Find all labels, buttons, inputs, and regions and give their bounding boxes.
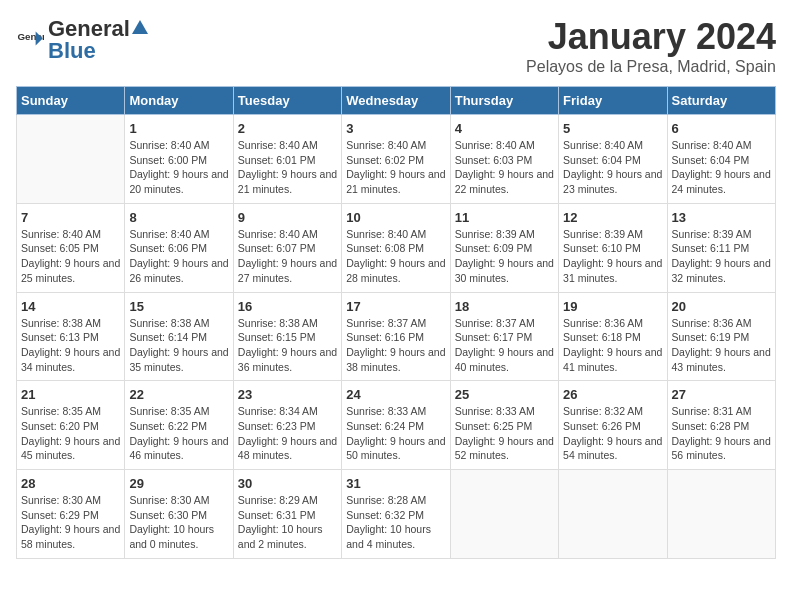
title-block: January 2024 Pelayos de la Presa, Madrid… (526, 16, 776, 76)
day-detail: Sunrise: 8:39 AM Sunset: 6:09 PM Dayligh… (455, 227, 554, 286)
day-detail: Sunrise: 8:40 AM Sunset: 6:03 PM Dayligh… (455, 138, 554, 197)
calendar-table: SundayMondayTuesdayWednesdayThursdayFrid… (16, 86, 776, 559)
weekday-header-friday: Friday (559, 87, 667, 115)
calendar-cell-3-3: 16Sunrise: 8:38 AM Sunset: 6:15 PM Dayli… (233, 292, 341, 381)
day-number: 25 (455, 387, 554, 402)
calendar-cell-1-2: 1Sunrise: 8:40 AM Sunset: 6:00 PM Daylig… (125, 115, 233, 204)
day-detail: Sunrise: 8:40 AM Sunset: 6:02 PM Dayligh… (346, 138, 445, 197)
calendar-week-2: 7Sunrise: 8:40 AM Sunset: 6:05 PM Daylig… (17, 203, 776, 292)
weekday-header-monday: Monday (125, 87, 233, 115)
calendar-cell-2-6: 12Sunrise: 8:39 AM Sunset: 6:10 PM Dayli… (559, 203, 667, 292)
calendar-cell-3-6: 19Sunrise: 8:36 AM Sunset: 6:18 PM Dayli… (559, 292, 667, 381)
location-title: Pelayos de la Presa, Madrid, Spain (526, 58, 776, 76)
day-detail: Sunrise: 8:30 AM Sunset: 6:29 PM Dayligh… (21, 493, 120, 552)
day-number: 17 (346, 299, 445, 314)
day-detail: Sunrise: 8:33 AM Sunset: 6:24 PM Dayligh… (346, 404, 445, 463)
day-detail: Sunrise: 8:34 AM Sunset: 6:23 PM Dayligh… (238, 404, 337, 463)
page-header: General General Blue January 2024 Pelayo… (16, 16, 776, 76)
calendar-week-5: 28Sunrise: 8:30 AM Sunset: 6:29 PM Dayli… (17, 470, 776, 559)
calendar-cell-5-2: 29Sunrise: 8:30 AM Sunset: 6:30 PM Dayli… (125, 470, 233, 559)
day-detail: Sunrise: 8:40 AM Sunset: 6:08 PM Dayligh… (346, 227, 445, 286)
calendar-cell-4-3: 23Sunrise: 8:34 AM Sunset: 6:23 PM Dayli… (233, 381, 341, 470)
calendar-cell-5-1: 28Sunrise: 8:30 AM Sunset: 6:29 PM Dayli… (17, 470, 125, 559)
day-detail: Sunrise: 8:40 AM Sunset: 6:04 PM Dayligh… (672, 138, 771, 197)
day-detail: Sunrise: 8:40 AM Sunset: 6:01 PM Dayligh… (238, 138, 337, 197)
calendar-cell-1-6: 5Sunrise: 8:40 AM Sunset: 6:04 PM Daylig… (559, 115, 667, 204)
day-detail: Sunrise: 8:39 AM Sunset: 6:11 PM Dayligh… (672, 227, 771, 286)
calendar-week-1: 1Sunrise: 8:40 AM Sunset: 6:00 PM Daylig… (17, 115, 776, 204)
svg-marker-2 (132, 20, 148, 34)
day-detail: Sunrise: 8:29 AM Sunset: 6:31 PM Dayligh… (238, 493, 337, 552)
weekday-header-wednesday: Wednesday (342, 87, 450, 115)
day-number: 12 (563, 210, 662, 225)
day-number: 9 (238, 210, 337, 225)
calendar-cell-4-6: 26Sunrise: 8:32 AM Sunset: 6:26 PM Dayli… (559, 381, 667, 470)
day-number: 8 (129, 210, 228, 225)
day-number: 19 (563, 299, 662, 314)
day-detail: Sunrise: 8:37 AM Sunset: 6:16 PM Dayligh… (346, 316, 445, 375)
day-number: 16 (238, 299, 337, 314)
weekday-header-tuesday: Tuesday (233, 87, 341, 115)
day-number: 31 (346, 476, 445, 491)
day-detail: Sunrise: 8:38 AM Sunset: 6:14 PM Dayligh… (129, 316, 228, 375)
day-number: 10 (346, 210, 445, 225)
day-number: 23 (238, 387, 337, 402)
day-detail: Sunrise: 8:40 AM Sunset: 6:04 PM Dayligh… (563, 138, 662, 197)
day-detail: Sunrise: 8:28 AM Sunset: 6:32 PM Dayligh… (346, 493, 445, 552)
day-number: 22 (129, 387, 228, 402)
calendar-week-3: 14Sunrise: 8:38 AM Sunset: 6:13 PM Dayli… (17, 292, 776, 381)
calendar-cell-4-7: 27Sunrise: 8:31 AM Sunset: 6:28 PM Dayli… (667, 381, 775, 470)
weekday-header-thursday: Thursday (450, 87, 558, 115)
calendar-cell-1-1 (17, 115, 125, 204)
day-detail: Sunrise: 8:33 AM Sunset: 6:25 PM Dayligh… (455, 404, 554, 463)
day-detail: Sunrise: 8:40 AM Sunset: 6:05 PM Dayligh… (21, 227, 120, 286)
calendar-cell-2-5: 11Sunrise: 8:39 AM Sunset: 6:09 PM Dayli… (450, 203, 558, 292)
calendar-cell-4-5: 25Sunrise: 8:33 AM Sunset: 6:25 PM Dayli… (450, 381, 558, 470)
calendar-cell-5-7 (667, 470, 775, 559)
weekday-header-saturday: Saturday (667, 87, 775, 115)
calendar-cell-4-1: 21Sunrise: 8:35 AM Sunset: 6:20 PM Dayli… (17, 381, 125, 470)
calendar-cell-1-3: 2Sunrise: 8:40 AM Sunset: 6:01 PM Daylig… (233, 115, 341, 204)
day-detail: Sunrise: 8:30 AM Sunset: 6:30 PM Dayligh… (129, 493, 228, 552)
day-number: 29 (129, 476, 228, 491)
calendar-cell-2-2: 8Sunrise: 8:40 AM Sunset: 6:06 PM Daylig… (125, 203, 233, 292)
calendar-cell-5-6 (559, 470, 667, 559)
calendar-cell-3-2: 15Sunrise: 8:38 AM Sunset: 6:14 PM Dayli… (125, 292, 233, 381)
weekday-header-sunday: Sunday (17, 87, 125, 115)
day-number: 4 (455, 121, 554, 136)
calendar-cell-2-7: 13Sunrise: 8:39 AM Sunset: 6:11 PM Dayli… (667, 203, 775, 292)
day-number: 6 (672, 121, 771, 136)
day-detail: Sunrise: 8:40 AM Sunset: 6:06 PM Dayligh… (129, 227, 228, 286)
day-number: 7 (21, 210, 120, 225)
calendar-cell-4-2: 22Sunrise: 8:35 AM Sunset: 6:22 PM Dayli… (125, 381, 233, 470)
logo-triangle-icon (130, 18, 150, 36)
calendar-cell-1-7: 6Sunrise: 8:40 AM Sunset: 6:04 PM Daylig… (667, 115, 775, 204)
day-detail: Sunrise: 8:39 AM Sunset: 6:10 PM Dayligh… (563, 227, 662, 286)
calendar-cell-2-1: 7Sunrise: 8:40 AM Sunset: 6:05 PM Daylig… (17, 203, 125, 292)
calendar-cell-3-4: 17Sunrise: 8:37 AM Sunset: 6:16 PM Dayli… (342, 292, 450, 381)
calendar-cell-5-3: 30Sunrise: 8:29 AM Sunset: 6:31 PM Dayli… (233, 470, 341, 559)
day-detail: Sunrise: 8:40 AM Sunset: 6:07 PM Dayligh… (238, 227, 337, 286)
day-detail: Sunrise: 8:40 AM Sunset: 6:00 PM Dayligh… (129, 138, 228, 197)
logo: General General Blue (16, 16, 150, 64)
day-number: 26 (563, 387, 662, 402)
calendar-week-4: 21Sunrise: 8:35 AM Sunset: 6:20 PM Dayli… (17, 381, 776, 470)
day-detail: Sunrise: 8:38 AM Sunset: 6:13 PM Dayligh… (21, 316, 120, 375)
day-number: 5 (563, 121, 662, 136)
calendar-cell-2-4: 10Sunrise: 8:40 AM Sunset: 6:08 PM Dayli… (342, 203, 450, 292)
day-detail: Sunrise: 8:36 AM Sunset: 6:19 PM Dayligh… (672, 316, 771, 375)
day-detail: Sunrise: 8:31 AM Sunset: 6:28 PM Dayligh… (672, 404, 771, 463)
calendar-cell-4-4: 24Sunrise: 8:33 AM Sunset: 6:24 PM Dayli… (342, 381, 450, 470)
day-detail: Sunrise: 8:35 AM Sunset: 6:22 PM Dayligh… (129, 404, 228, 463)
day-number: 20 (672, 299, 771, 314)
calendar-cell-3-7: 20Sunrise: 8:36 AM Sunset: 6:19 PM Dayli… (667, 292, 775, 381)
day-number: 3 (346, 121, 445, 136)
calendar-cell-2-3: 9Sunrise: 8:40 AM Sunset: 6:07 PM Daylig… (233, 203, 341, 292)
day-detail: Sunrise: 8:38 AM Sunset: 6:15 PM Dayligh… (238, 316, 337, 375)
day-number: 13 (672, 210, 771, 225)
day-number: 28 (21, 476, 120, 491)
day-number: 15 (129, 299, 228, 314)
calendar-header-row: SundayMondayTuesdayWednesdayThursdayFrid… (17, 87, 776, 115)
calendar-cell-1-4: 3Sunrise: 8:40 AM Sunset: 6:02 PM Daylig… (342, 115, 450, 204)
month-title: January 2024 (526, 16, 776, 58)
